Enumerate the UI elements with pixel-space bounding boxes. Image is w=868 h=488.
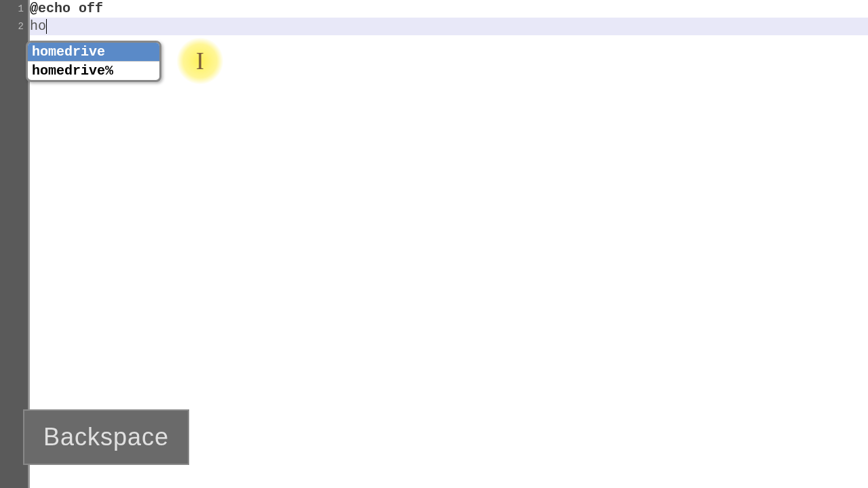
typed-text: ho (30, 18, 46, 34)
key-label: Backspace (43, 423, 169, 451)
autocomplete-popup[interactable]: homedrive homedrive% (26, 41, 161, 82)
at-symbol: @ (30, 1, 38, 16)
code-line: @echo off (30, 0, 868, 18)
line-number: 1 (0, 0, 28, 18)
line-number: 2 (0, 18, 28, 35)
key-press-indicator: Backspace (23, 409, 189, 465)
keyword: echo (38, 1, 71, 16)
code-line-current: ho (30, 18, 868, 35)
autocomplete-item[interactable]: homedrive% (28, 62, 159, 80)
text-caret (46, 19, 47, 34)
keyword: off (79, 1, 103, 16)
ibeam-cursor-icon: I (196, 47, 204, 75)
mouse-highlight: I (176, 37, 224, 85)
autocomplete-item[interactable]: homedrive (28, 43, 159, 62)
